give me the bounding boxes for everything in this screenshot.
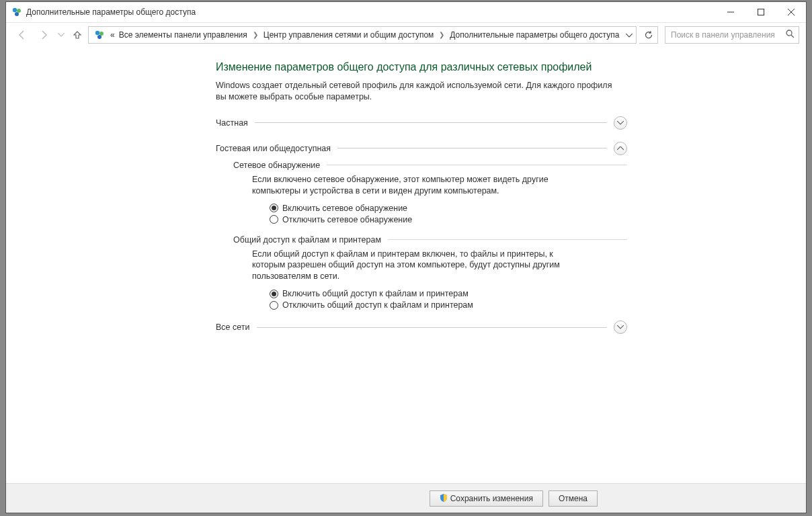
chevron-down-icon[interactable] [614, 116, 627, 130]
svg-point-1 [17, 9, 21, 13]
footer: Сохранить изменения Отмена [6, 483, 806, 513]
svg-rect-4 [758, 9, 764, 15]
page-title: Изменение параметров общего доступа для … [216, 61, 627, 73]
chevron-right-icon: ❯ [250, 31, 261, 38]
recent-dropdown[interactable] [56, 26, 67, 44]
search-box[interactable] [665, 26, 799, 44]
up-button[interactable] [69, 26, 85, 44]
radio-label: Отключить общий доступ к файлам и принте… [282, 300, 473, 310]
refresh-button[interactable] [639, 26, 658, 44]
page-description: Windows создает отдельный сетевой профил… [216, 80, 612, 103]
radio-label: Отключить сетевое обнаружение [282, 215, 412, 224]
address-dropdown[interactable] [622, 31, 637, 39]
divider [388, 239, 627, 240]
chevron-up-icon[interactable] [614, 142, 627, 155]
cancel-label: Отмена [559, 494, 587, 503]
radio-icon [270, 301, 278, 310]
section-all-networks[interactable]: Все сети [216, 320, 627, 334]
radio-file-printer-off[interactable]: Отключить общий доступ к файлам и принте… [270, 300, 627, 310]
close-button[interactable] [776, 2, 806, 22]
section-label: Гостевая или общедоступная [216, 144, 331, 153]
radio-icon [270, 204, 278, 212]
radio-icon [270, 290, 278, 298]
save-label: Сохранить изменения [450, 494, 533, 503]
shield-icon [440, 494, 448, 503]
breadcrumb-item[interactable]: Центр управления сетями и общим доступом [262, 29, 436, 41]
breadcrumb-item[interactable]: Дополнительные параметры общего доступа [448, 29, 620, 41]
content-area: Изменение параметров общего доступа для … [6, 46, 806, 483]
window: Дополнительные параметры общего доступа [5, 1, 807, 513]
svg-point-0 [13, 8, 17, 12]
group-file-printer-sharing: Общий доступ к файлам и принтерам Если о… [233, 235, 627, 310]
window-title: Дополнительные параметры общего доступа [26, 7, 196, 17]
breadcrumb-prefix[interactable]: « [109, 29, 116, 41]
divider [337, 148, 607, 148]
search-input[interactable] [669, 30, 795, 40]
section-label: Все сети [216, 322, 250, 332]
svg-point-7 [95, 30, 99, 34]
svg-point-9 [97, 35, 102, 39]
breadcrumb-item[interactable]: Все элементы панели управления [118, 29, 249, 41]
control-panel-icon [94, 30, 105, 40]
radio-file-printer-on[interactable]: Включить общий доступ к файлам и принтер… [270, 289, 627, 298]
save-button[interactable]: Сохранить изменения [430, 490, 543, 507]
group-heading: Сетевое обнаружение [233, 161, 320, 170]
radio-label: Включить сетевое обнаружение [282, 204, 407, 213]
group-explain: Если включено сетевое обнаружение, этот … [252, 174, 588, 197]
navbar: « Все элементы панели управления ❯ Центр… [6, 22, 806, 46]
radio-label: Включить общий доступ к файлам и принтер… [282, 289, 469, 298]
chevron-right-icon: ❯ [436, 31, 447, 38]
svg-line-11 [791, 35, 794, 38]
address-bar[interactable]: « Все элементы панели управления ❯ Центр… [88, 26, 637, 44]
svg-point-2 [15, 12, 19, 16]
divider [327, 165, 627, 165]
titlebar: Дополнительные параметры общего доступа [6, 2, 806, 22]
radio-network-discovery-on[interactable]: Включить сетевое обнаружение [270, 204, 627, 213]
svg-point-10 [786, 30, 792, 36]
cancel-button[interactable]: Отмена [549, 490, 598, 507]
radio-icon [270, 215, 278, 224]
section-guest-public[interactable]: Гостевая или общедоступная [216, 142, 627, 155]
section-private[interactable]: Частная [216, 116, 627, 130]
minimize-button[interactable] [715, 2, 745, 22]
search-icon [786, 30, 795, 40]
back-button[interactable] [13, 26, 32, 44]
chevron-down-icon[interactable] [614, 320, 627, 334]
group-heading: Общий доступ к файлам и принтерам [233, 235, 381, 245]
svg-point-8 [99, 32, 104, 36]
control-panel-icon [11, 7, 22, 17]
divider [257, 327, 607, 328]
divider [255, 122, 607, 123]
section-label: Частная [216, 118, 248, 128]
group-network-discovery: Сетевое обнаружение Если включено сетево… [233, 161, 627, 224]
forward-button[interactable] [34, 26, 53, 44]
group-explain: Если общий доступ к файлам и принтерам в… [252, 249, 588, 283]
radio-network-discovery-off[interactable]: Отключить сетевое обнаружение [270, 215, 627, 224]
maximize-button[interactable] [745, 2, 776, 22]
